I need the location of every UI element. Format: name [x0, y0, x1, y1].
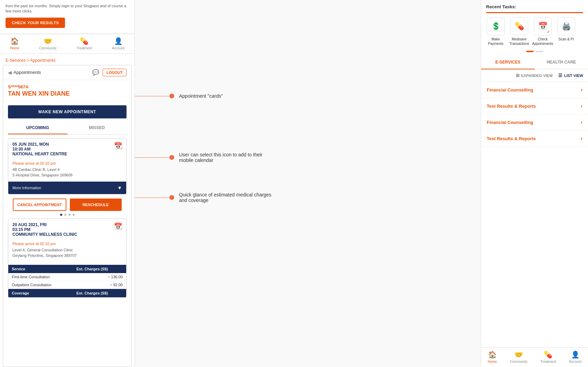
app-header-title: Appointments: [13, 70, 41, 75]
appt-1-address: 4B Cardiac Clinic B, Level 4 5 Hospital …: [8, 167, 126, 182]
appointment-card-2: 20 AUG 2021, FRI 03:15 PM COMMUNITY WELL…: [8, 219, 127, 298]
appointment-card-1-header: 05 JUN 2021, MON 10:30 AM NATIONAL HEART…: [8, 138, 126, 160]
service-item-financial-counselling-1[interactable]: Financial Counselling ›: [481, 82, 588, 98]
appt-1-time: 10:30 AM: [12, 147, 67, 152]
appt-2-addr-line2: Geylang Polyclinic, Singapore 389707: [12, 253, 122, 259]
annotation-text-3: Quick glance of estimated medical charge…: [179, 192, 271, 203]
logout-button[interactable]: LOGOUT: [103, 69, 127, 76]
list-view-label: LIST VIEW: [564, 74, 583, 78]
appt-2-date: 20 AUG 2021, FRI: [12, 222, 77, 227]
user-id: S****567A: [8, 84, 127, 89]
right-nav-account[interactable]: 👤 Account: [569, 350, 581, 364]
scan-print-icon: 🖨️: [562, 22, 571, 31]
nav-item-community[interactable]: 🤝 Community: [39, 37, 57, 50]
back-arrow-icon[interactable]: ◀: [8, 70, 12, 75]
coverage-header: Coverage: [8, 289, 73, 297]
service-list: Financial Counselling › Test Results & R…: [481, 82, 588, 347]
make-appointment-button[interactable]: MAKE NEW APPOINTMENT: [8, 105, 127, 118]
test-results-label-1: Test Results & Reports: [487, 104, 536, 109]
appt-2-time: 03:15 PM: [12, 227, 77, 232]
view-toggle: ⊞ EXPANDED VIEW ☰ LIST VIEW: [481, 69, 588, 82]
user-name: TAN WEN XIN DIANE: [8, 90, 127, 97]
check-appointments-icon-box: 📅 ✓: [534, 17, 552, 35]
nav-label-account: Account: [112, 46, 124, 50]
service-col-header: Service: [8, 265, 73, 273]
service-item-financial-counselling-2[interactable]: Financial Counselling ›: [481, 114, 588, 131]
task-medisave[interactable]: 💊 MedisaveTransactions: [507, 17, 531, 46]
annotation-cards-container: Appointment "cards": [135, 93, 223, 99]
appointment-card-1-info: 05 JUN 2021, MON 10:30 AM NATIONAL HEART…: [12, 142, 67, 156]
recent-tasks-header: Recent Tasks:: [481, 0, 588, 15]
right-community-label: Community: [510, 360, 528, 364]
nav-item-account[interactable]: 👤 Account: [112, 37, 124, 50]
nav-item-home[interactable]: 🏠 Home: [10, 37, 19, 50]
pagination-dots: [8, 214, 127, 216]
recent-tasks-label: Recent Tasks:: [486, 4, 516, 9]
financial-counselling-label-1: Financial Counselling: [487, 87, 533, 93]
check-results-button[interactable]: CHECK YOUR RESULTS: [6, 18, 65, 28]
right-nav-treatment[interactable]: 💊 Treatment: [540, 350, 556, 364]
chevron-right-icon-4: ›: [581, 135, 582, 142]
appt-2-addr-line1: Level 4, General Consultation Clinic: [12, 247, 122, 253]
appt-1-more-info[interactable]: More Information ▼: [8, 182, 126, 194]
treatment-icon: 💊: [80, 37, 88, 45]
list-view-btn[interactable]: ☰ LIST VIEW: [558, 73, 583, 78]
cancel-appointment-button[interactable]: CANCEL APPOINTMENT: [13, 199, 66, 211]
calendar-add-icon-1[interactable]: 📅 ✓: [114, 142, 122, 150]
task-scan-print[interactable]: 🖨️ Scan & Pr: [554, 17, 578, 46]
medisave-icon-box: 💊: [510, 17, 528, 35]
task-check-appts-label: CheckAppointments: [532, 37, 553, 46]
top-app-nav: 🏠 Home 🤝 Community 💊 Treatment 👤 Account: [0, 34, 134, 54]
service-row-2: Outpatient Consultation ~ 92.00: [8, 281, 126, 289]
tab-missed[interactable]: MISSED: [67, 122, 127, 134]
coverage-row: Coverage Est. Charges (S$): [8, 289, 126, 297]
community-icon: 🤝: [44, 37, 52, 45]
annotation-dot-1: [169, 94, 174, 98]
nav-item-treatment[interactable]: 💊 Treatment: [76, 37, 92, 50]
recent-tasks-grid: 💲 MakePayments 💊 MedisaveTransactions 📅 …: [481, 15, 588, 49]
service-2-charge: ~ 92.00: [73, 281, 126, 289]
chevron-down-icon: ▼: [117, 185, 122, 191]
chevron-right-icon-2: ›: [581, 103, 582, 109]
slider-dot-1: [526, 51, 534, 52]
appt-1-location: NATIONAL HEART CENTRE: [12, 152, 67, 156]
banner-text: from the past six months. Simply login t…: [6, 3, 129, 14]
task-make-payments[interactable]: 💲 MakePayments: [484, 17, 507, 46]
service-item-test-results-1[interactable]: Test Results & Reports ›: [481, 98, 588, 114]
app-screen: ◀ Appointments 💬 LOGOUT S****567A TAN WE…: [3, 65, 132, 367]
expanded-view-label: EXPANDED VIEW: [521, 74, 553, 78]
app-header-left: ◀ Appointments: [8, 70, 41, 75]
app-header-right: 💬 LOGOUT: [92, 69, 127, 76]
appt-1-addr-line2: 5 Hospital Drive, Singapore 169609: [12, 172, 122, 178]
right-panel: Recent Tasks: 💲 MakePayments 💊 MedisaveT…: [481, 0, 588, 367]
scan-print-icon-box: 🖨️: [557, 17, 575, 35]
calendar-add-icon-2[interactable]: 📅 ✓: [114, 222, 122, 231]
service-item-test-results-2[interactable]: Test Results & Reports ›: [481, 131, 588, 147]
service-row-1: First-time Consultation ~ 136.00: [8, 273, 126, 281]
chevron-right-icon-1: ›: [581, 87, 582, 93]
appointment-card-2-info: 20 AUG 2021, FRI 03:15 PM COMMUNITY WELL…: [12, 222, 77, 237]
appt-1-more-label: More Information: [12, 186, 41, 190]
right-nav-home[interactable]: 🏠 Home: [488, 350, 497, 364]
list-icon: ☰: [558, 73, 562, 78]
annotation-dot-2: [169, 155, 174, 160]
annotation-line-1: [135, 96, 169, 96]
right-account-icon: 👤: [571, 350, 580, 359]
chat-icon[interactable]: 💬: [92, 69, 99, 76]
payment-icon: 💲: [491, 22, 501, 31]
home-icon: 🏠: [10, 37, 19, 45]
tab-e-services[interactable]: E-SERVICES: [481, 56, 535, 69]
reschedule-button[interactable]: RESCHEDULE: [70, 199, 122, 211]
expanded-view-btn[interactable]: ⊞ EXPANDED VIEW: [516, 73, 553, 78]
service-tabs: E-SERVICES HEALTH CARE: [481, 56, 588, 69]
dot-3: [68, 214, 71, 216]
tab-upcoming[interactable]: UPCOMING: [8, 122, 67, 134]
annotation-text-1: Appointment "cards": [179, 93, 223, 99]
task-check-appointments[interactable]: 📅 ✓ CheckAppointments: [531, 17, 554, 46]
appt-2-arrive: Please arrive at 02:10 pm: [8, 242, 126, 246]
appointment-card-1: 05 JUN 2021, MON 10:30 AM NATIONAL HEART…: [8, 138, 127, 194]
right-nav-community[interactable]: 🤝 Community: [510, 350, 528, 364]
appt-2-location: COMMUNITY WELLNESS CLINIC: [12, 232, 77, 237]
tab-health-care[interactable]: HEALTH CARE: [535, 56, 588, 69]
calendar-check-overlay-2: ✓: [120, 226, 123, 231]
